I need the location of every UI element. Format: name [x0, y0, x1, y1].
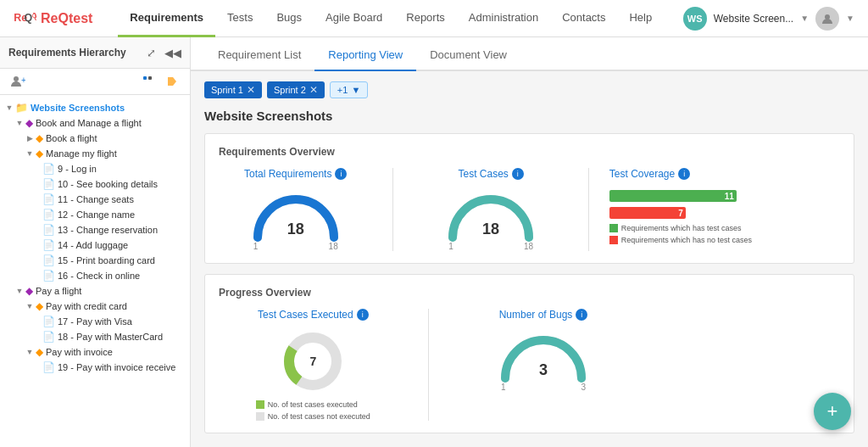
bugs-title: Number of Bugs	[499, 309, 573, 321]
svg-text:+: +	[21, 75, 25, 85]
collapse-icon[interactable]: ◀◀	[164, 44, 181, 61]
filter-sprint1-close[interactable]: ✕	[247, 84, 255, 96]
profile-avatar[interactable]	[815, 7, 839, 31]
test-coverage-info-icon[interactable]: i	[678, 168, 690, 180]
nav-administration[interactable]: Administration	[457, 0, 550, 37]
tree-item-19[interactable]: 📄 19 - Pay with invoice receive	[0, 360, 190, 375]
tree: ▼ 📁 Website Screenshots ▼ ◆ Book and Man…	[0, 95, 190, 447]
legend-no-test: Requirements which has no test cases	[609, 236, 762, 244]
test-cases-title: Test Cases	[458, 168, 508, 180]
requirements-overview-grid: Total Requirements i 18	[219, 168, 840, 251]
doc-icon: 📄	[42, 239, 55, 251]
tree-item-15[interactable]: 📄 15 - Print boarding card	[0, 253, 190, 268]
legend-exec-dot	[256, 400, 264, 409]
tree-label: Pay a flight	[36, 286, 81, 296]
tab-document-view[interactable]: Document View	[416, 39, 520, 71]
tree-item-pay-credit[interactable]: ▼ ◆ Pay with credit card	[0, 299, 190, 314]
nav-requirements[interactable]: Requirements	[118, 0, 215, 37]
total-req-title: Total Requirements	[244, 168, 331, 180]
nav-agile-board[interactable]: Agile Board	[314, 0, 394, 37]
test-cases-executed-cell: Test Cases Executed i 7	[219, 309, 408, 421]
tree-item-9[interactable]: 📄 9 - Log in	[0, 161, 190, 176]
filter-icon[interactable]	[139, 72, 158, 91]
test-coverage-title: Test Coverage	[609, 168, 675, 180]
tree-item-pay-flight[interactable]: ▼ ◆ Pay a flight	[0, 283, 190, 299]
tree-label: Pay with invoice	[46, 347, 113, 357]
tree-toggle[interactable]: ▶	[24, 134, 36, 142]
tree-label: 13 - Change reservation	[58, 225, 158, 235]
tree-toggle[interactable]: ▼	[24, 302, 36, 310]
tree-item-16[interactable]: 📄 16 - Check in online	[0, 268, 190, 283]
tree-item-12[interactable]: 📄 12 - Change name	[0, 207, 190, 222]
nav-bugs[interactable]: Bugs	[264, 0, 314, 37]
sidebar-header: Requirements Hierarchy ⤢ ◀◀	[0, 37, 190, 69]
tree-item-book-flight[interactable]: ▶ ◆ Book a flight	[0, 131, 190, 146]
tree-toggle[interactable]: ▼	[14, 119, 25, 127]
logo-reqtest: ReQtest	[41, 11, 92, 25]
diamond-icon: ◆	[36, 148, 43, 159]
tree-item-18[interactable]: 📄 18 - Pay with MasterCard	[0, 329, 190, 344]
fab-add-button[interactable]: +	[814, 393, 851, 430]
sidebar-toolbar: +	[0, 69, 190, 95]
page-title: Website Screenshots	[204, 109, 854, 123]
filter-sprint1-label: Sprint 1	[211, 85, 243, 95]
folder-icon: 📁	[15, 102, 28, 114]
user-dropdown-arrow[interactable]: ▼	[800, 14, 809, 23]
tree-item-14[interactable]: 📄 14 - Add luggage	[0, 237, 190, 253]
tab-requirement-list[interactable]: Requirement List	[204, 39, 314, 71]
tree-label: Book a flight	[46, 133, 97, 143]
profile-dropdown-arrow[interactable]: ▼	[846, 14, 854, 23]
tree-item-10[interactable]: 📄 10 - See booking details	[0, 176, 190, 192]
tree-label: 12 - Change name	[58, 210, 135, 220]
tree-label: Manage my flight	[46, 148, 117, 159]
tree-toggle[interactable]: ▼	[3, 103, 15, 112]
bugs-info-icon[interactable]: i	[576, 309, 587, 321]
filter-sprint2[interactable]: Sprint 2 ✕	[267, 81, 325, 98]
nav-tests[interactable]: Tests	[215, 0, 264, 37]
tree-toggle[interactable]: ▼	[24, 348, 36, 356]
filter-sprint2-close[interactable]: ✕	[309, 84, 318, 96]
tree-item-manage-flight[interactable]: ▼ ◆ Manage my flight	[0, 146, 190, 161]
nav-reports[interactable]: Reports	[394, 0, 457, 37]
tree-item-website-screenshots[interactable]: ▼ 📁 Website Screenshots	[0, 100, 190, 115]
tce-title: Test Cases Executed	[258, 309, 353, 321]
test-cases-info-icon[interactable]: i	[512, 168, 524, 180]
total-req-info-icon[interactable]: i	[335, 168, 347, 180]
add-person-icon[interactable]: +	[8, 72, 27, 91]
filter-more[interactable]: +1 ▼	[330, 81, 368, 98]
tab-reporting-view[interactable]: Reporting View	[314, 39, 416, 71]
test-coverage-chart: 11 7	[609, 187, 762, 248]
tree-item-11[interactable]: 📄 11 - Change seats	[0, 192, 190, 207]
nav-help[interactable]: Help	[617, 0, 664, 37]
legend-not-executed: No. of test cases not executed	[256, 412, 370, 421]
legend-has-label: Requirements which has test cases	[621, 224, 742, 232]
legend-exec-label: No. of test cases executed	[268, 400, 358, 409]
filter-sprint1[interactable]: Sprint 1 ✕	[204, 81, 262, 98]
tree-item-13[interactable]: 📄 13 - Change reservation	[0, 222, 190, 237]
total-req-gauge-labels: 1 18	[253, 242, 338, 251]
diamond-icon: ◆	[36, 346, 43, 358]
logo-icon: Re Q	[14, 11, 37, 26]
tree-item-pay-invoice[interactable]: ▼ ◆ Pay with invoice	[0, 344, 190, 360]
topnav: Re Q ReQtest Requirements Tests Bugs Agi…	[0, 0, 868, 37]
tree-label: 14 - Add luggage	[58, 240, 128, 250]
test-cases-value: 18	[482, 221, 499, 238]
tree-item-book-manage[interactable]: ▼ ◆ Book and Manage a flight	[0, 115, 190, 131]
doc-icon: 📄	[42, 193, 55, 205]
filter-sprint2-label: Sprint 2	[274, 85, 306, 95]
tce-info-icon[interactable]: i	[357, 309, 369, 321]
nav-contacts[interactable]: Contacts	[550, 0, 617, 37]
filter-row: Sprint 1 ✕ Sprint 2 ✕ +1 ▼	[204, 81, 854, 98]
tree-item-17[interactable]: 📄 17 - Pay with Visa	[0, 314, 190, 329]
tree-label: Website Screenshots	[31, 103, 125, 113]
requirements-overview-panel: Requirements Overview Total Requirements…	[204, 133, 854, 264]
requirements-overview-title: Requirements Overview	[219, 146, 840, 158]
bar-green-value: 11	[725, 192, 734, 201]
tree-toggle[interactable]: ▼	[14, 287, 25, 295]
expand-icon[interactable]: ⤢	[142, 44, 159, 61]
legend-not-exec-label: No. of test cases not executed	[268, 412, 370, 421]
tree-label: 19 - Pay with invoice receive	[58, 362, 175, 372]
tag-icon[interactable]	[163, 72, 181, 91]
divider1	[392, 168, 393, 251]
tree-toggle[interactable]: ▼	[24, 149, 36, 158]
